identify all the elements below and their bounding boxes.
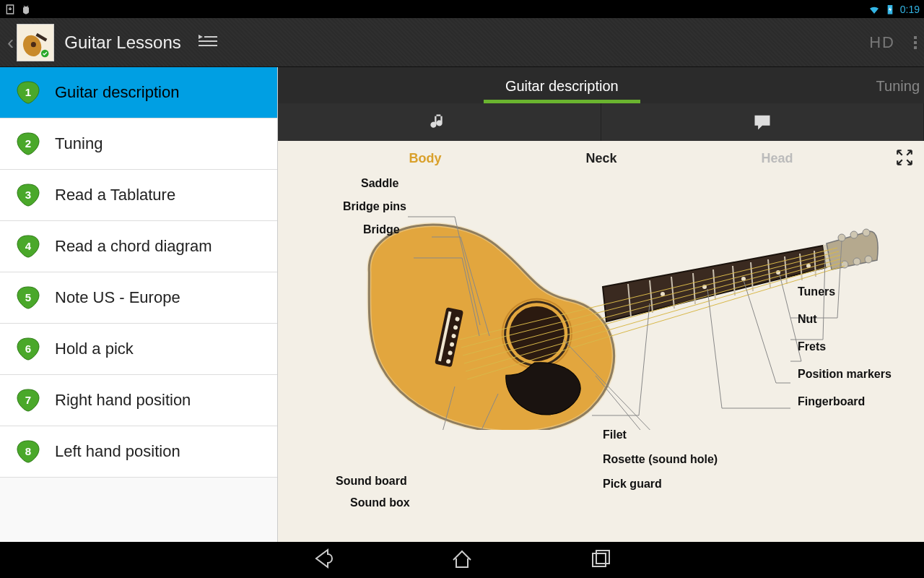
content-pane: Guitar description Tuning Body Neck Head (278, 67, 924, 542)
label-bridge: Bridge (363, 223, 400, 236)
subtab-comments[interactable] (601, 103, 925, 141)
svg-rect-45 (596, 551, 609, 564)
sidebar-item-hold-pick[interactable]: 6 Hold a pick (0, 324, 277, 375)
pick-icon: 8 (16, 439, 40, 464)
lesson-sidebar: 1 Guitar description 2 Tuning 3 Read a T… (0, 67, 278, 542)
clock-text: 0:19 (900, 4, 920, 15)
sidebar-item-note-us-europe[interactable]: 5 Note US - Europe (0, 272, 277, 324)
pick-icon: 3 (16, 183, 40, 207)
sidebar-item-chord-diagram[interactable]: 4 Read a chord diagram (0, 221, 277, 272)
action-bar: ‹ Guitar Lessons HD (0, 18, 924, 67)
overflow-menu-icon[interactable] (914, 36, 917, 49)
content-subtabs (278, 103, 924, 141)
section-body: Body (409, 151, 441, 166)
pick-icon: 4 (16, 234, 40, 259)
sidebar-item-left-hand[interactable]: 8 Left hand position (0, 426, 277, 478)
label-position-markers: Position markers (798, 368, 892, 381)
svg-point-36 (853, 258, 860, 265)
label-saddle: Saddle (361, 177, 398, 190)
pick-icon: 2 (16, 131, 40, 156)
guitar-diagram: Body Neck Head (278, 141, 924, 542)
label-sound-box: Sound box (350, 496, 410, 509)
section-neck: Neck (585, 151, 616, 166)
pick-icon: 1 (16, 80, 40, 105)
sidebar-item-tuning[interactable]: 2 Tuning (0, 118, 277, 170)
sidebar-item-label: Hold a pick (55, 340, 134, 358)
nav-home-button[interactable] (450, 547, 474, 573)
svg-point-33 (850, 231, 858, 238)
sidebar-item-label: Note US - Europe (55, 288, 180, 307)
sidebar-item-label: Left hand position (55, 442, 180, 461)
app-icon[interactable] (17, 24, 54, 61)
pick-icon: 7 (16, 388, 40, 413)
label-filet: Filet (603, 428, 627, 441)
label-frets: Frets (798, 340, 826, 353)
hd-button[interactable]: HD (869, 33, 895, 52)
comment-icon (752, 112, 772, 132)
download-icon (4, 4, 16, 15)
tab-tuning[interactable]: Tuning (846, 69, 924, 103)
sidebar-item-label: Read a chord diagram (55, 237, 212, 256)
sidebar-item-label: Read a Tablature (55, 186, 175, 204)
sidebar-item-guitar-description[interactable]: 1 Guitar description (0, 67, 277, 118)
sidebar-item-label: Tuning (55, 134, 103, 153)
app-title: Guitar Lessons (64, 33, 180, 53)
android-nav-bar (0, 542, 924, 578)
subtab-audio[interactable] (278, 103, 601, 141)
pick-icon: 5 (16, 285, 40, 310)
label-sound-board: Sound board (336, 475, 407, 488)
sidebar-item-right-hand[interactable]: 7 Right hand position (0, 375, 277, 426)
svg-point-34 (863, 229, 870, 236)
wifi-icon (868, 4, 880, 15)
label-pick-guard: Pick guard (603, 478, 662, 491)
svg-rect-44 (593, 553, 606, 566)
svg-point-32 (838, 234, 845, 241)
sidebar-item-tablature[interactable]: 3 Read a Tablature (0, 170, 277, 221)
sidebar-item-label: Right hand position (55, 391, 191, 410)
android-status-bar: 0:19 (0, 0, 924, 18)
android-debug-icon (20, 4, 32, 15)
nav-back-button[interactable] (312, 547, 335, 573)
tab-guitar-description[interactable]: Guitar description (475, 69, 649, 103)
battery-charging-icon (884, 4, 896, 15)
guitar-illustration (318, 191, 881, 430)
svg-point-1 (31, 42, 36, 47)
svg-point-37 (865, 256, 872, 263)
sidebar-item-label: Guitar description (55, 83, 179, 102)
lesson-list-icon[interactable] (197, 33, 219, 53)
label-bridge-pins: Bridge pins (343, 200, 406, 213)
music-note-icon (429, 112, 449, 132)
label-tuners: Tuners (798, 285, 835, 298)
label-fingerboard: Fingerboard (798, 395, 865, 408)
pick-icon: 6 (16, 337, 40, 361)
label-rosette: Rosette (sound hole) (603, 453, 718, 466)
nav-recents-button[interactable] (589, 547, 612, 573)
content-tab-strip: Guitar description Tuning (278, 67, 924, 103)
expand-icon[interactable] (895, 148, 914, 167)
label-nut: Nut (798, 313, 817, 326)
back-caret-icon[interactable]: ‹ (7, 31, 14, 54)
section-head: Head (762, 151, 793, 166)
diagram-section-headers: Body Neck Head (278, 151, 924, 166)
